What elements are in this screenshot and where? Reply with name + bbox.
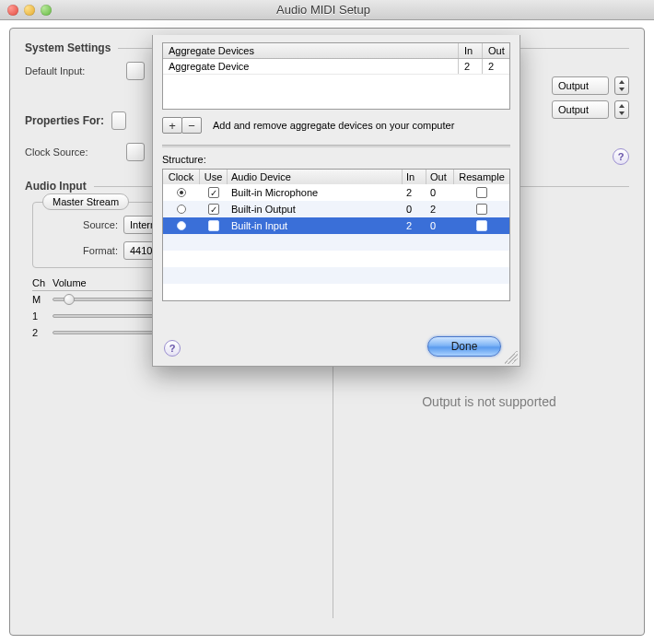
done-button[interactable]: Done <box>427 336 501 357</box>
clock-cell <box>163 188 200 197</box>
volume-channel-label: 1 <box>32 310 53 322</box>
add-remove-hint: Add and remove aggregate devices on your… <box>213 120 454 131</box>
use-checkbox[interactable]: ✓ <box>208 187 219 198</box>
titlebar: Audio MIDI Setup <box>0 0 654 20</box>
agg-in: 2 <box>458 59 482 74</box>
volume-channel-label: M <box>32 294 53 305</box>
aggregate-device-row[interactable]: Aggregate Device22 <box>163 59 509 75</box>
struct-col-out: Out <box>426 170 454 184</box>
structure-row <box>163 267 509 284</box>
default-output-stepper[interactable] <box>614 76 629 95</box>
default-output-combo[interactable]: Output <box>552 76 609 95</box>
structure-row <box>163 251 509 267</box>
master-stream-legend: Master Stream <box>42 193 129 210</box>
agg-col-out: Out <box>482 43 509 58</box>
clock-source-combo[interactable] <box>126 143 145 161</box>
device-cell: Built-in Microphone <box>228 187 403 198</box>
default-input-combo[interactable] <box>126 62 145 80</box>
aggregate-device-sheet: Aggregate Devices In Out Aggregate Devic… <box>152 35 520 367</box>
device-cell: Built-in Input <box>228 220 403 231</box>
clock-cell <box>163 221 200 230</box>
out-cell: 2 <box>426 204 454 215</box>
in-cell: 2 <box>403 187 426 198</box>
format-label: Format: <box>41 245 123 256</box>
sheet-help-button[interactable]: ? <box>164 340 181 357</box>
clock-radio[interactable] <box>177 188 186 197</box>
structure-label: Structure: <box>153 148 520 169</box>
system-output-combo[interactable]: Output <box>552 100 609 119</box>
out-cell: 0 <box>426 187 454 198</box>
device-cell: Built-in Output <box>228 204 403 215</box>
struct-col-resample: Resample <box>454 170 509 184</box>
structure-table: Clock Use Audio Device In Out Resample ✓… <box>162 169 510 301</box>
use-cell: ✓ <box>200 204 228 215</box>
agg-name: Aggregate Device <box>163 59 458 74</box>
audio-input-heading: Audio Input <box>25 180 87 193</box>
struct-col-clock: Clock <box>163 170 200 184</box>
zoom-window-button[interactable] <box>41 5 52 16</box>
structure-row <box>163 234 509 251</box>
properties-for-heading: Properties For: <box>25 114 104 127</box>
use-checkbox[interactable]: ✓ <box>208 204 219 215</box>
clock-radio[interactable] <box>177 205 186 214</box>
system-output-stepper[interactable] <box>614 100 629 119</box>
struct-col-in: In <box>403 170 426 184</box>
clock-radio[interactable] <box>177 221 186 230</box>
out-cell: 0 <box>426 220 454 231</box>
properties-for-combo[interactable] <box>111 111 126 130</box>
remove-aggregate-button[interactable]: − <box>181 117 202 134</box>
clock-source-label: Clock Source: <box>25 146 126 158</box>
default-input-label: Default Input: <box>25 65 126 76</box>
resample-checkbox[interactable] <box>476 220 487 231</box>
structure-row <box>163 284 509 300</box>
help-button[interactable]: ? <box>613 148 629 165</box>
volume-channel-label: 2 <box>32 327 53 338</box>
use-checkbox[interactable] <box>208 220 219 231</box>
use-cell: ✓ <box>200 187 228 198</box>
volume-col-volume: Volume <box>53 277 87 288</box>
structure-row[interactable]: Built-in Input20 <box>163 217 509 234</box>
close-window-button[interactable] <box>7 5 18 16</box>
source-label: Source: <box>41 219 123 230</box>
volume-col-ch: Ch <box>32 277 53 288</box>
structure-row[interactable]: ✓Built-in Microphone20 <box>163 184 509 201</box>
struct-col-use: Use <box>200 170 228 184</box>
struct-col-device: Audio Device <box>228 170 403 184</box>
agg-col-name: Aggregate Devices <box>163 43 458 58</box>
structure-row[interactable]: ✓Built-in Output02 <box>163 201 509 217</box>
system-settings-heading: System Settings <box>25 41 111 54</box>
agg-body[interactable]: Aggregate Device22 <box>163 59 509 109</box>
window-title: Audio MIDI Setup <box>52 3 595 17</box>
in-cell: 2 <box>403 220 426 231</box>
agg-col-in: In <box>458 43 482 58</box>
resample-checkbox[interactable] <box>476 204 487 215</box>
resample-cell <box>454 187 509 198</box>
aggregate-devices-table: Aggregate Devices In Out Aggregate Devic… <box>162 42 510 110</box>
add-aggregate-button[interactable]: + <box>162 117 182 134</box>
agg-out: 2 <box>482 59 509 74</box>
clock-cell <box>163 205 200 214</box>
resample-cell <box>454 204 509 215</box>
in-cell: 0 <box>403 204 426 215</box>
resample-cell <box>454 220 509 231</box>
minimize-window-button[interactable] <box>24 5 35 16</box>
resample-checkbox[interactable] <box>476 187 487 198</box>
use-cell <box>200 220 228 231</box>
